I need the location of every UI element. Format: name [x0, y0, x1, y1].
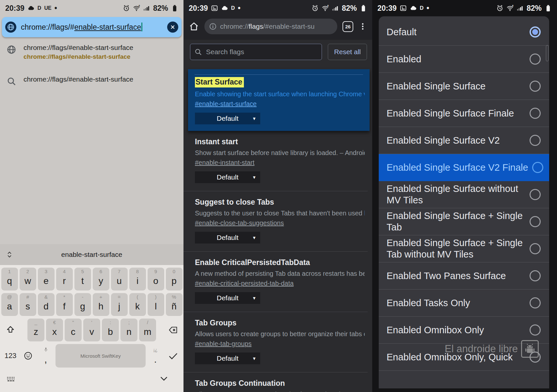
status-label-d: D: [231, 5, 235, 11]
keyboard-key[interactable]: 9 o: [148, 268, 164, 290]
enter-key[interactable]: [165, 344, 181, 368]
keyboard-key[interactable]: : b: [102, 319, 119, 341]
expand-toolbar-icon[interactable]: [5, 250, 14, 259]
key-main-label: h: [98, 302, 103, 311]
radio-button[interactable]: [530, 26, 541, 38]
flag-value-dropdown[interactable]: Default ▼: [195, 113, 260, 124]
keyboard-key[interactable]: 1 q: [1, 268, 18, 290]
keyboard-key[interactable]: ) l: [148, 293, 164, 316]
keyboard-key[interactable]: - g: [74, 293, 91, 316]
overflow-menu-button[interactable]: [358, 22, 367, 31]
radio-button[interactable]: [530, 324, 541, 336]
keyboard-key[interactable]: 7 u: [111, 268, 128, 290]
comma-key[interactable]: ,: [38, 344, 54, 368]
option-row[interactable]: Enabled Tasks Only: [379, 290, 549, 317]
flag-value-dropdown[interactable]: Default ▼: [195, 292, 260, 304]
option-row[interactable]: Enabled Omnibox Only, Quick: [379, 344, 549, 371]
radio-button[interactable]: [530, 81, 541, 92]
status-time: 20:39: [5, 4, 24, 13]
keyboard-switch-icon[interactable]: [6, 374, 16, 384]
dropdown-value: Default: [217, 234, 239, 242]
option-row[interactable]: Enabled Omnibox Only: [379, 317, 549, 344]
key-main-label: x: [52, 327, 57, 337]
space-key[interactable]: Microsoft SwiftKey: [56, 344, 146, 368]
option-row[interactable]: Enabled Single Surface Finale: [379, 100, 549, 127]
tab-switcher-button[interactable]: 26: [342, 21, 353, 32]
keyboard-key[interactable]: 8 i: [129, 268, 146, 290]
flag-value-dropdown[interactable]: Default ▼: [195, 232, 260, 243]
radio-button[interactable]: [530, 270, 541, 281]
reset-all-button[interactable]: Reset all: [328, 44, 367, 60]
battery-icon: [545, 5, 552, 12]
keyboard-key[interactable]: / m: [139, 319, 156, 341]
keyboard-key[interactable]: ; n: [120, 319, 137, 341]
emoji-key[interactable]: [20, 344, 36, 368]
battery-percent: 82%: [527, 4, 542, 13]
keyboard-key[interactable]: 3 e: [38, 268, 55, 290]
chevron-down-icon: ▼: [252, 175, 256, 180]
keyboard-key[interactable]: 0 p: [166, 268, 183, 290]
option-row[interactable]: Enabled Single Surface + Single Tab: [379, 208, 549, 235]
home-button[interactable]: [189, 21, 199, 32]
page-info-icon[interactable]: [209, 23, 217, 30]
omnibox[interactable]: chrome://flags/#enable-start-surface: [2, 17, 182, 37]
shift-key[interactable]: [3, 319, 18, 341]
flag-value-dropdown[interactable]: Default ▼: [195, 353, 260, 364]
key-main-label: l: [155, 302, 157, 311]
search-flags-input[interactable]: Search flags: [190, 44, 322, 60]
keyboard-key[interactable]: _ z: [27, 319, 44, 341]
keyboard-key[interactable]: % ñ: [166, 293, 183, 316]
keyboard-key[interactable]: 5 t: [74, 268, 91, 290]
radio-button[interactable]: [530, 243, 541, 254]
keyboard-key[interactable]: 4 r: [56, 268, 73, 290]
keyboard-key[interactable]: " c: [65, 319, 82, 341]
omnibox-suggestions: chrome://flags/#enable-start-surface chr…: [0, 39, 183, 87]
prediction-word[interactable]: enable-start-surface: [61, 251, 122, 259]
option-row[interactable]: Enabled Single Surface V2 Finale: [379, 154, 549, 181]
flag-link[interactable]: #enable-start-surface: [195, 100, 257, 108]
radio-button[interactable]: [530, 297, 541, 308]
keyboard-key[interactable]: & d: [38, 293, 55, 316]
keyboard-key[interactable]: 2 w: [20, 268, 36, 290]
cloud-icon: [410, 5, 417, 12]
flag-link[interactable]: #enable-close-tab-suggestions: [195, 219, 284, 227]
omnibox-input[interactable]: chrome://flags/#enable-start-surface: [21, 23, 167, 32]
option-row[interactable]: Enabled Two Panes Surface: [379, 262, 549, 290]
clear-text-button[interactable]: [167, 22, 178, 33]
option-row[interactable]: Enabled Single Surface V2: [379, 127, 549, 154]
radio-button[interactable]: [530, 54, 541, 65]
flag-link[interactable]: #enable-tab-groups: [195, 340, 251, 348]
keyboard-key[interactable]: = j: [111, 293, 128, 316]
key-alt-label: _: [35, 319, 37, 326]
radio-button[interactable]: [530, 108, 541, 119]
keyboard-key[interactable]: ( k: [129, 293, 146, 316]
option-row[interactable]: Enabled: [379, 46, 549, 73]
keyboard-key[interactable]: # s: [20, 293, 36, 316]
radio-button[interactable]: [530, 135, 541, 146]
keyboard-key[interactable]: + h: [93, 293, 109, 316]
keyboard-key[interactable]: 6 y: [93, 268, 109, 290]
suggestion-row[interactable]: chrome://flags/#enable-start-surface chr…: [0, 39, 183, 62]
keyboard-key[interactable]: € x: [46, 319, 63, 341]
numbers-key[interactable]: 123: [3, 344, 18, 368]
keyboard-key[interactable]: ' v: [83, 319, 100, 341]
flag-link[interactable]: #enable-instant-start: [195, 159, 254, 166]
radio-button[interactable]: [530, 189, 541, 200]
period-key[interactable]: ¡¿ .: [148, 344, 163, 368]
hide-keyboard-icon[interactable]: [159, 373, 169, 384]
radio-button[interactable]: [532, 162, 543, 173]
option-row[interactable]: Default: [379, 19, 549, 46]
suggestion-row[interactable]: chrome://flags/#enable-start-surface: [0, 70, 183, 87]
option-row[interactable]: Enabled Single Surface: [379, 73, 549, 100]
flag-link[interactable]: #enable-critical-persisted-tab-data: [195, 280, 294, 287]
backspace-key[interactable]: [165, 319, 181, 341]
scrollbar-thumb[interactable]: [546, 45, 549, 61]
option-row[interactable]: Enabled Single Surface without MV Tiles: [379, 181, 549, 208]
flag-value-dropdown[interactable]: Default ▼: [195, 171, 260, 183]
url-bar[interactable]: chrome://flags/#enable-start-su: [204, 19, 337, 34]
keyboard-key[interactable]: * f: [56, 293, 73, 316]
option-row[interactable]: Enabled Single Surface + Single Tab with…: [379, 235, 549, 262]
radio-button[interactable]: [530, 352, 541, 363]
keyboard-key[interactable]: @ a: [1, 293, 18, 316]
radio-button[interactable]: [530, 216, 541, 227]
